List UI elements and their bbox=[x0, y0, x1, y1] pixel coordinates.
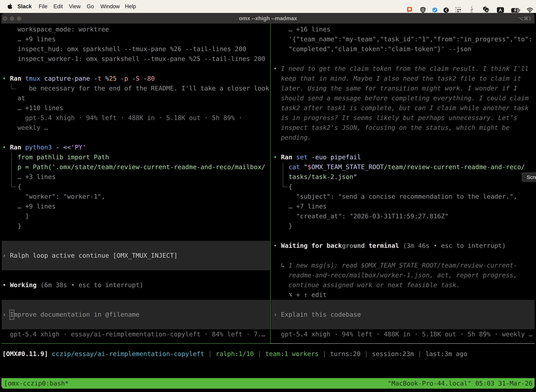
text-segment: | bbox=[204, 350, 216, 357]
text-segment: "worker": "worker-1", bbox=[2, 193, 105, 200]
text-segment bbox=[277, 311, 281, 318]
text-segment: later. Using the same for transition mig… bbox=[273, 85, 517, 92]
text-segment: tasks/task-2.json bbox=[273, 173, 353, 180]
text-segment: › bbox=[273, 311, 277, 318]
text-segment: workspace_mode: worktree bbox=[2, 26, 109, 33]
menu-item-edit[interactable]: Edit bbox=[53, 0, 63, 13]
text-segment: Improve documentation in @filename bbox=[10, 311, 139, 318]
text-segment: " bbox=[304, 163, 308, 171]
terminal-row-right-7: should send a message before completing … bbox=[273, 93, 529, 103]
menu-item-help[interactable]: Help bbox=[125, 0, 136, 13]
text-segment bbox=[128, 75, 132, 82]
text-segment bbox=[300, 163, 304, 171]
tmux-session-label: [omx-cczip0:bash* bbox=[4, 378, 69, 389]
text-segment: << bbox=[63, 144, 71, 151]
text-segment: … +110 lines bbox=[2, 104, 63, 112]
text-segment: is in progress? It seems likely but perh… bbox=[273, 114, 517, 121]
terminal-row-right-8: task2 after task1 is complete, but can I… bbox=[273, 103, 529, 113]
text-segment: ralph:1/10 bbox=[216, 350, 254, 357]
tmux-pane-right[interactable]: … +16 lines '{"team_name":"my-team","tas… bbox=[273, 23, 535, 344]
terminal-row-right-20: } bbox=[273, 221, 292, 231]
screen-share-button[interactable]: Scre bbox=[522, 173, 536, 182]
text-segment: Ran bbox=[10, 144, 21, 151]
text-segment: gro bbox=[342, 242, 353, 249]
text-segment bbox=[6, 144, 10, 151]
menu-item-window[interactable]: Window bbox=[100, 0, 120, 13]
text-segment: -euo pipefail bbox=[311, 154, 361, 161]
terminal-row-right-6: later. Using the same for transition mig… bbox=[273, 84, 517, 93]
terminal-row-right-17: "subject": "send a concise recommendatio… bbox=[273, 191, 517, 201]
text-segment bbox=[40, 75, 44, 82]
terminal-row-right-26: continue assigned work or next feasible … bbox=[273, 280, 460, 290]
terminal-row-left-31: gpt-5.4 xhigh · essay/ai-reimplementatio… bbox=[2, 329, 265, 339]
terminal-row-right-11: pending. bbox=[273, 133, 311, 142]
text-segment: • bbox=[273, 154, 277, 161]
text-segment: at bbox=[2, 94, 25, 102]
terminal-row-left-16: { bbox=[2, 182, 21, 191]
text-segment: readme-and-reco/mailbox/worker-1.json, a… bbox=[273, 271, 517, 279]
text-segment: … +7 lines bbox=[273, 203, 326, 210]
text-segment bbox=[285, 262, 289, 269]
text-segment: und bbox=[353, 242, 365, 249]
text-segment: continue assigned work or next feasible … bbox=[273, 281, 460, 289]
terminal-row-left-5: • Ran tmux capture-pane -t %25 -p -S -80 bbox=[2, 74, 155, 84]
text-segment: cat bbox=[273, 163, 300, 171]
screen: { "palette": { "menubar-bg": "#f2f0e9", … bbox=[0, 0, 536, 392]
terminal-row-left-19: ] bbox=[2, 211, 29, 221]
terminal-row-left-0: workspace_mode: worktree bbox=[2, 24, 109, 34]
text-segment: › bbox=[2, 311, 6, 318]
text-segment: turns:20 bbox=[330, 350, 360, 357]
text-segment: | bbox=[360, 350, 372, 357]
text-segment: OMX_TEAM_STATE_ROOT bbox=[311, 163, 384, 171]
text-segment bbox=[277, 154, 281, 161]
text-segment: weekly … bbox=[2, 124, 48, 131]
window-titlebar[interactable]: omx --xhigh --madmax ⌥⌘1 bbox=[1, 13, 535, 23]
terminal-row-right-9: is in progress? It seems likely but perh… bbox=[273, 113, 517, 123]
text-segment: inspect task2's JSON, focusing on the st… bbox=[273, 124, 510, 131]
terminal-row-left-6: be necessary for the end of the README. … bbox=[2, 84, 269, 93]
text-segment: { bbox=[273, 183, 292, 190]
text-segment: { bbox=[2, 183, 21, 190]
text-segment: 1 new msg(s): read $OMX_TEAM_STATE_ROOT/… bbox=[289, 262, 517, 269]
terminal-row-left-13: from pathlib import Path bbox=[2, 152, 109, 162]
text-segment bbox=[277, 65, 281, 72]
text-segment: - bbox=[94, 75, 98, 82]
text-segment: Working bbox=[10, 281, 37, 289]
text-segment: … +9 lines bbox=[2, 36, 56, 43]
window-title: omx --xhigh --madmax bbox=[1, 13, 535, 23]
text-segment: | bbox=[414, 350, 425, 357]
menu-bar: SlackFileEditViewGoWindowHelp ..61 A bbox=[0, 0, 536, 13]
text-segment: ⌥ + ↑ edit bbox=[273, 291, 326, 299]
menu-item-go[interactable]: Go bbox=[87, 0, 94, 13]
text-segment: p bbox=[124, 75, 128, 82]
terminal-row-left-18: … +9 lines bbox=[2, 201, 56, 211]
menu-item-view[interactable]: View bbox=[69, 0, 81, 13]
terminal-row-right-4: • I need to get the claim token from the… bbox=[273, 64, 529, 74]
text-segment bbox=[6, 311, 10, 318]
terminal-row-left-2: inspect_hud: omx sparkshell --tmux-pane … bbox=[2, 44, 246, 54]
tmux-pane-left[interactable]: workspace_mode: worktree … +9 lines insp… bbox=[1, 23, 270, 344]
text-segment: % bbox=[105, 75, 109, 82]
text-segment bbox=[21, 144, 25, 151]
tmux-pane-divider[interactable] bbox=[270, 23, 271, 344]
terminal-row-left-17: "worker": "worker-1", bbox=[2, 191, 105, 201]
text-segment: } bbox=[2, 222, 21, 229]
menu-item-slack[interactable]: Slack bbox=[17, 0, 32, 13]
text-segment: "completed","claim_token":"claim-token"}… bbox=[273, 45, 471, 52]
text-segment: capture-pane bbox=[44, 75, 90, 82]
text-segment: I need to get the claim token from the c… bbox=[281, 65, 529, 72]
text-segment: } bbox=[273, 222, 292, 229]
text-segment: Explain this codebase bbox=[281, 311, 361, 318]
apple-menu-icon[interactable] bbox=[8, 3, 12, 9]
text-segment: keep that in mind. Maybe I also need the… bbox=[273, 75, 521, 82]
text-segment bbox=[117, 75, 120, 82]
text-segment bbox=[399, 242, 403, 249]
terminal-row-left-14: p = Path('.omx/state/team/review-current… bbox=[2, 162, 265, 172]
menu-item-file[interactable]: File bbox=[39, 0, 48, 13]
tmux-status-bar: [omx-cczip0:bash* "MacBook-Pro-44.local"… bbox=[1, 378, 535, 389]
terminal-row-right-25: readme-and-reco/mailbox/worker-1.json, a… bbox=[273, 270, 517, 280]
text-segment: • bbox=[273, 242, 277, 249]
terminal-window: omx --xhigh --madmax ⌥⌘1 workspace_mode:… bbox=[1, 13, 535, 389]
text-segment bbox=[21, 75, 25, 82]
terminal-row-right-27: ⌥ + ↑ edit bbox=[273, 290, 326, 300]
